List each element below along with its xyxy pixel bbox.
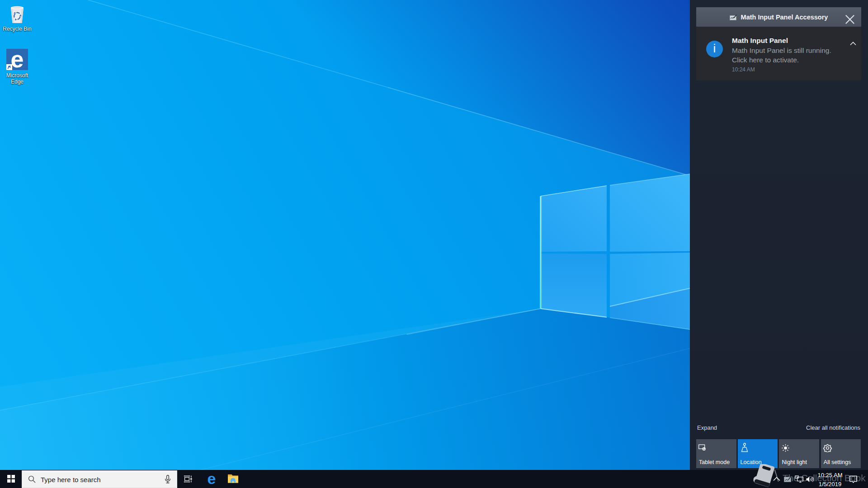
svg-text:e: e (11, 49, 24, 70)
svg-text:e: e (208, 472, 216, 486)
